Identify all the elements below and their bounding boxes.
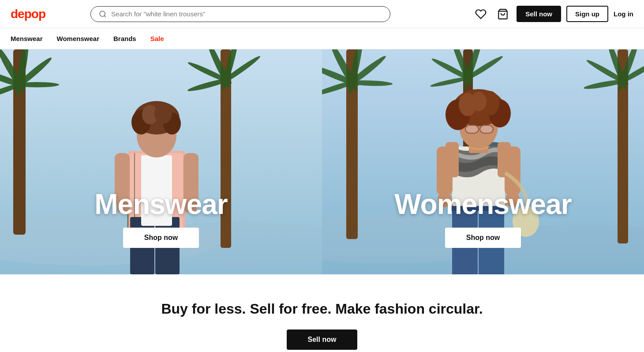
svg-line-1 <box>105 15 106 17</box>
site-header: depop Sell now Sign up Log in <box>0 0 644 28</box>
depop-logo[interactable]: depop <box>11 7 46 21</box>
womenswear-title: Womenswear <box>394 188 571 221</box>
svg-point-73 <box>471 92 487 111</box>
svg-point-13 <box>15 82 59 87</box>
nav-item-sale[interactable]: Sale <box>150 33 164 44</box>
shopping-bag-icon <box>497 8 509 20</box>
svg-rect-74 <box>465 125 479 133</box>
log-in-button[interactable]: Log in <box>614 10 633 18</box>
heart-icon <box>475 8 487 20</box>
svg-point-0 <box>100 11 105 16</box>
tagline: Buy for less. Sell for free. Make fashio… <box>161 301 483 317</box>
hero-panel-womenswear: Womenswear Shop now <box>322 49 644 274</box>
search-bar <box>90 6 390 22</box>
svg-rect-75 <box>480 125 493 133</box>
nav-item-brands[interactable]: Brands <box>113 33 136 44</box>
header-actions: Sell now Sign up Log in <box>472 6 633 22</box>
hero-section: Menswear Shop now <box>0 49 644 274</box>
womenswear-hero-content: Womenswear Shop now <box>394 188 571 248</box>
menswear-shop-now-button[interactable]: Shop now <box>123 228 199 248</box>
menswear-hero-content: Menswear Shop now <box>94 188 227 248</box>
sell-now-header-button[interactable]: Sell now <box>517 6 561 22</box>
nav-item-menswear[interactable]: Menswear <box>11 33 43 44</box>
sell-now-bottom-button[interactable]: Sell now <box>287 330 358 350</box>
search-input[interactable] <box>111 10 382 18</box>
bag-button[interactable] <box>494 6 511 22</box>
bottom-section: Buy for less. Sell for free. Make fashio… <box>0 274 644 352</box>
main-nav: Menswear Womenswear Brands Sale <box>0 28 644 49</box>
wishlist-button[interactable] <box>472 6 489 22</box>
search-container <box>90 6 390 22</box>
search-icon <box>99 10 107 18</box>
svg-point-32 <box>154 103 172 124</box>
hero-panel-menswear: Menswear Shop now <box>0 49 322 274</box>
menswear-title: Menswear <box>94 188 227 221</box>
nav-item-womenswear[interactable]: Womenswear <box>57 33 99 44</box>
sign-up-button[interactable]: Sign up <box>566 6 608 22</box>
womenswear-shop-now-button[interactable]: Shop now <box>445 228 521 248</box>
